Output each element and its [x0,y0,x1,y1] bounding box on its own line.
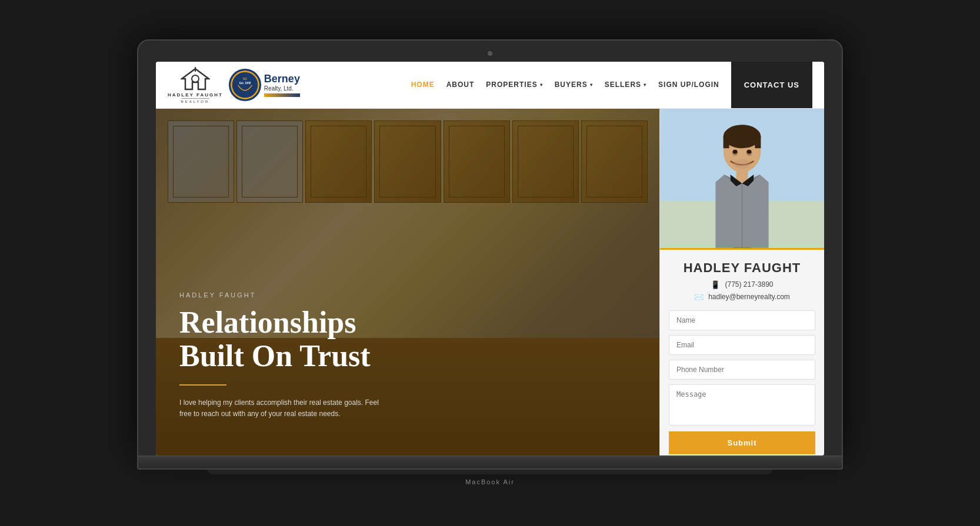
agent-phone-line: 📱 (775) 217-3890 [711,280,773,289]
svg-point-3 [231,71,258,98]
berney-text: Berney Realty, Ltd. [264,73,300,97]
svg-rect-10 [724,136,729,148]
contact-us-button[interactable]: CONTACT US [731,62,812,109]
hadley-logo: HADLEY FAUGHT REALTOR [168,66,223,103]
phone-input[interactable] [669,360,815,380]
laptop-base [137,457,843,470]
agent-photo-container [660,109,824,250]
agent-contact-info: 📱 (775) 217-3890 ✉️ hadley@berneyrealty.… [660,280,824,310]
laptop-screen: HADLEY FAUGHT REALTOR SC Est. 1948 [156,62,824,455]
email-icon: ✉️ [694,293,704,301]
contact-form: Submit [660,310,824,454]
logo-area: HADLEY FAUGHT REALTOR SC Est. 1948 [168,66,300,103]
agent-photo [660,109,824,248]
house-icon [181,66,210,92]
svg-marker-0 [182,69,209,89]
agent-portrait-svg [660,109,824,248]
nav-buyers[interactable]: BUYERS ▾ [555,81,593,89]
site-header: HADLEY FAUGHT REALTOR SC Est. 1948 [156,62,824,109]
hero-background: HADLEY FAUGHT Relationships Built On Tru… [156,109,659,455]
svg-rect-11 [755,136,761,148]
laptop-model-label: MacBook Air [137,477,843,487]
hero-description: I love helping my clients accomplish the… [179,397,391,420]
message-input[interactable] [669,384,815,426]
hadley-role: REALTOR [181,98,210,103]
laptop-foot [208,470,772,474]
laptop-frame: HADLEY FAUGHT REALTOR SC Est. 1948 [137,39,843,487]
laptop-body: HADLEY FAUGHT REALTOR SC Est. 1948 [137,39,843,457]
chevron-down-icon: ▾ [590,82,593,88]
chevron-down-icon: ▾ [644,82,646,88]
svg-point-16 [734,159,751,169]
chevron-down-icon: ▾ [540,82,543,88]
agent-email-line: ✉️ hadley@berneyrealty.com [694,293,790,301]
nav-home[interactable]: HOME [411,81,435,89]
hero-title: Relationships Built On Trust [179,306,415,373]
agent-phone: (775) 217-3890 [725,280,773,289]
berney-subtitle: Realty, Ltd. [264,85,300,92]
svg-point-1 [192,75,199,82]
berney-badge-icon: SC Est. 1948 [229,69,261,101]
berney-stripe [264,93,300,97]
hero-divider [179,384,226,386]
agent-email: hadley@berneyrealty.com [708,293,790,301]
svg-text:Est. 1948: Est. 1948 [239,82,251,85]
hero-content: HADLEY FAUGHT Relationships Built On Tru… [179,292,415,420]
nav-properties[interactable]: PROPERTIES ▾ [486,81,542,89]
hadley-name: HADLEY FAUGHT [168,92,223,98]
nav-about[interactable]: ABOUT [446,81,475,89]
nav-sellers[interactable]: SELLERS ▾ [605,81,646,89]
email-input[interactable] [669,335,815,355]
hero-section: HADLEY FAUGHT Relationships Built On Tru… [156,109,824,455]
agent-card: HADLEY FAUGHT 📱 (775) 217-3890 ✉️ hadley… [659,109,824,455]
submit-button[interactable]: Submit [669,431,815,454]
hero-pre-title: HADLEY FAUGHT [179,292,415,299]
laptop-camera [488,51,492,56]
berney-shield-icon: SC Est. 1948 [231,69,259,101]
svg-point-15 [746,149,751,153]
phone-icon: 📱 [711,280,720,289]
main-nav: HOME ABOUT PROPERTIES ▾ BUYERS ▾ SELLERS [411,81,719,89]
nav-signup[interactable]: SIGN UP/LOGIN [658,81,719,89]
berney-logo: SC Est. 1948 Berney Realty, Ltd. [229,69,300,101]
berney-name: Berney [264,73,300,85]
name-input[interactable] [669,310,815,330]
agent-name: HADLEY FAUGHT [675,250,810,280]
svg-point-14 [733,149,738,153]
svg-text:SC: SC [243,77,248,81]
